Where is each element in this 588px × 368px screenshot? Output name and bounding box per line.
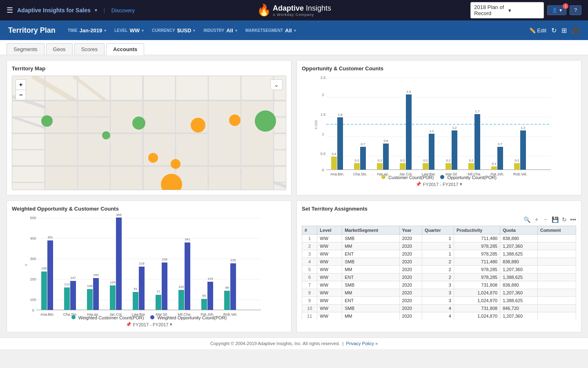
territory-map: + − ⌄ bbox=[12, 76, 286, 190]
weighted-chart-period[interactable]: 📌 FY2017 - FY2017 ▾ bbox=[12, 322, 286, 327]
cell-quota: 1,388,625 bbox=[500, 297, 538, 305]
svg-rect-140 bbox=[116, 218, 122, 310]
cell-year: 2020 bbox=[399, 297, 422, 305]
cell-quarter: 2 bbox=[422, 266, 454, 274]
logo-text: Adaptive Insights bbox=[273, 4, 331, 13]
period-arrow-icon: ▾ bbox=[460, 182, 462, 187]
table-row[interactable]: 8 WW MM 2020 3 1,024,870 1,207,360 bbox=[302, 289, 576, 297]
svg-rect-86 bbox=[429, 134, 434, 170]
cell-year: 2020 bbox=[399, 258, 422, 266]
table-scroll-area[interactable]: # Level MarketSegment Year Quarter Produ… bbox=[302, 226, 576, 320]
svg-text:300: 300 bbox=[30, 257, 36, 261]
table-refresh-button[interactable]: ↻ bbox=[562, 216, 567, 223]
map-expand-button[interactable]: ⌄ bbox=[270, 79, 283, 90]
user-dropdown-arrow-icon: ▾ bbox=[559, 7, 562, 13]
weighted-counts-panel: Weighted Opportunity & Customer Counts 5… bbox=[7, 200, 292, 332]
cell-comment bbox=[537, 235, 576, 242]
level-filter[interactable]: LEVEL WW ▾ bbox=[114, 27, 144, 34]
refresh-button[interactable]: ↻ bbox=[551, 27, 557, 34]
table-search-button[interactable]: 🔍 bbox=[523, 216, 530, 223]
brand-link[interactable]: Adaptive Insights for Sales bbox=[17, 7, 91, 13]
table-row[interactable]: 3 WW ENT 2020 1 978,285 1,388,625 bbox=[302, 250, 576, 258]
currency-label: CURRENCY bbox=[152, 28, 175, 33]
svg-text:1.7: 1.7 bbox=[475, 110, 480, 113]
col-marketsegment: MarketSegment bbox=[342, 226, 399, 235]
svg-text:91: 91 bbox=[134, 287, 138, 291]
svg-text:98: 98 bbox=[225, 286, 229, 289]
svg-rect-154 bbox=[201, 299, 207, 310]
table-more-button[interactable]: ••• bbox=[570, 216, 576, 223]
svg-rect-128 bbox=[47, 240, 53, 310]
tab-segments[interactable]: Segments bbox=[7, 43, 45, 55]
col-quota: Quota bbox=[500, 226, 538, 235]
cell-quarter: 3 bbox=[422, 281, 454, 289]
table-row[interactable]: 1 WW SMB 2020 1 711,480 838,880 bbox=[302, 235, 576, 242]
territory-assignments-panel: Set Territory Assignments 🔍 ＋ － 💾 ↻ ••• … bbox=[296, 200, 581, 332]
svg-rect-148 bbox=[162, 263, 167, 310]
time-filter[interactable]: TIME Jan-2019 ▾ bbox=[68, 27, 107, 34]
grid-view-button[interactable]: ⊞ bbox=[561, 27, 567, 34]
cell-comment bbox=[537, 274, 576, 281]
tab-geos[interactable]: Geos bbox=[46, 43, 73, 55]
zoom-in-button[interactable]: + bbox=[16, 80, 26, 90]
svg-rect-40 bbox=[242, 167, 273, 190]
marketsegment-filter[interactable]: MARKETSEGMENT All ▾ bbox=[245, 27, 296, 34]
svg-text:1: 1 bbox=[322, 132, 324, 136]
pin-icon-2: 📌 bbox=[126, 322, 131, 327]
svg-text:0.1: 0.1 bbox=[492, 162, 497, 166]
table-row[interactable]: 6 WW ENT 2020 2 978,285 1,388,625 bbox=[302, 274, 576, 281]
edit-button[interactable]: ✏️ Edit bbox=[529, 27, 546, 34]
plan-selector[interactable]: 2018 Plan of Record ▾ bbox=[470, 2, 544, 18]
page-title: Territory Plan bbox=[8, 26, 56, 35]
opp-chart-title: Opportunity & Customer Counts bbox=[302, 65, 576, 72]
time-label: TIME bbox=[68, 28, 78, 33]
table-row[interactable]: 7 WW SMB 2020 3 731,808 838,880 bbox=[302, 281, 576, 289]
svg-rect-138 bbox=[110, 285, 116, 310]
cell-quarter: 3 bbox=[422, 289, 454, 297]
cell-comment bbox=[537, 305, 576, 312]
help-button[interactable]: ? bbox=[570, 5, 581, 15]
logo-flame-icon: 🔥 bbox=[257, 4, 271, 16]
svg-text:#,000: #,000 bbox=[314, 120, 318, 130]
table-row[interactable]: 4 WW SMB 2020 2 711,480 838,880 bbox=[302, 258, 576, 266]
weighted-period-arrow-icon: ▾ bbox=[170, 322, 172, 327]
cell-year: 2020 bbox=[399, 266, 422, 274]
svg-point-44 bbox=[255, 110, 276, 132]
cell-quota: 1,207,360 bbox=[500, 312, 538, 320]
brand-arrow[interactable]: ▾ bbox=[95, 7, 97, 13]
privacy-policy-link[interactable]: Privacy Policy » bbox=[346, 341, 378, 346]
table-remove-button[interactable]: － bbox=[543, 216, 548, 223]
table-row[interactable]: 2 WW MM 2020 1 978,285 1,207,360 bbox=[302, 242, 576, 250]
industry-filter[interactable]: INDUSTRY All ▾ bbox=[203, 27, 237, 34]
cell-productivity: 731,808 bbox=[454, 305, 500, 312]
table-save-button[interactable]: 💾 bbox=[552, 216, 559, 223]
table-row[interactable]: 11 WW MM 2020 4 1,024,870 1,207,360 bbox=[302, 312, 576, 320]
zoom-out-button[interactable]: − bbox=[16, 90, 26, 100]
cell-quarter: 1 bbox=[422, 235, 454, 242]
tab-accounts[interactable]: Accounts bbox=[106, 43, 144, 55]
svg-rect-31 bbox=[176, 134, 207, 165]
opp-chart-period[interactable]: 📌 FY2017 - FY2017 ▾ bbox=[302, 182, 576, 187]
svg-text:#: # bbox=[24, 264, 28, 266]
svg-text:0.2: 0.2 bbox=[514, 159, 519, 162]
discovery-link[interactable]: Discovery bbox=[111, 7, 135, 13]
industry-value: All bbox=[226, 27, 233, 34]
user-button[interactable]: 👤 ▾ 1 bbox=[547, 5, 566, 15]
hamburger-menu[interactable]: ☰ bbox=[7, 6, 13, 15]
table-row[interactable]: 5 WW MM 2020 2 978,285 1,207,360 bbox=[302, 266, 576, 274]
svg-text:218: 218 bbox=[139, 262, 145, 265]
svg-rect-72 bbox=[354, 163, 360, 170]
svg-rect-158 bbox=[224, 291, 230, 310]
level-value: WW bbox=[129, 27, 140, 34]
page-footer: Copyright © 2004-2019 Adaptive Insights,… bbox=[0, 337, 588, 349]
cell-level: WW bbox=[317, 258, 342, 266]
table-row[interactable]: 10 WW SMB 2020 4 731,808 846,720 bbox=[302, 305, 576, 312]
camera-button[interactable]: 🎥 bbox=[572, 27, 580, 34]
currency-filter[interactable]: CURRENCY $USD ▾ bbox=[152, 27, 195, 34]
svg-rect-25 bbox=[144, 101, 175, 132]
cell-year: 2020 bbox=[399, 281, 422, 289]
table-row[interactable]: 9 WW ENT 2020 3 1,024,870 1,388,625 bbox=[302, 297, 576, 305]
tab-scores[interactable]: Scores bbox=[74, 43, 105, 55]
table-add-button[interactable]: ＋ bbox=[534, 216, 539, 223]
cell-comment bbox=[537, 289, 576, 297]
